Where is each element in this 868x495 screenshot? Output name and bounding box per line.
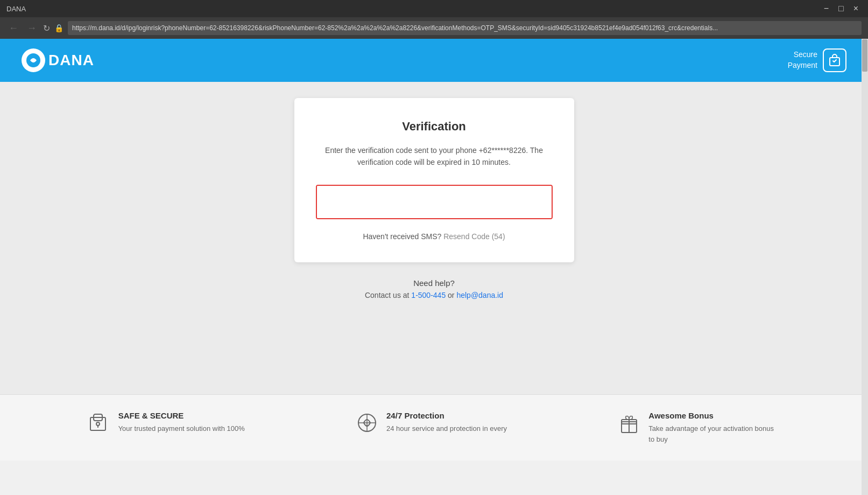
help-contact-text: Contact us at 1-500-445 or help@dana.id [0,291,868,299]
help-email-link[interactable]: help@dana.id [456,291,503,299]
dana-logo-icon [22,48,45,72]
feature-bonus-content: Awesome Bonus Take advantage of your act… [648,411,780,444]
svg-point-4 [96,422,100,426]
resend-row: Haven't received SMS? Resend Code (54) [316,232,553,241]
forward-button[interactable]: → [25,23,39,34]
back-button[interactable]: ← [6,23,20,34]
secure-payment-text: Secure Payment [788,50,817,71]
titlebar-app-title: DANA [6,5,26,13]
main-content: Verification Enter the verification code… [0,82,868,394]
resend-link[interactable]: Resend Code (54) [443,232,505,241]
feature-protection-title: 24/7 Protection [386,411,507,420]
feature-protection-desc: 24 hour service and protection in every [386,423,507,434]
shopping-bag-icon [828,54,841,67]
footer: SAFE & SECURE Your trusted payment solut… [0,394,868,461]
titlebar-controls: − □ × [821,4,862,13]
secure-payment-icon [823,48,846,72]
safe-secure-icon [88,412,110,438]
help-section: Need help? Contact us at 1-500-445 or he… [0,278,868,299]
close-button[interactable]: × [850,4,862,13]
resend-text: Haven't received SMS? [363,232,441,241]
scrollbar[interactable] [862,39,868,495]
page-header: DANA Secure Payment [0,39,868,82]
feature-safe-secure: SAFE & SECURE Your trusted payment solut… [88,411,245,444]
address-bar[interactable] [68,21,862,35]
bonus-icon [618,412,640,438]
feature-safe-secure-content: SAFE & SECURE Your trusted payment solut… [118,411,245,434]
otp-input-1[interactable] [316,185,466,219]
restore-button[interactable]: □ [835,4,847,13]
otp-input-2[interactable] [465,186,553,218]
feature-bonus: Awesome Bonus Take advantage of your act… [618,411,780,444]
protection-icon [356,412,378,438]
feature-protection-content: 24/7 Protection 24 hour service and prot… [386,411,507,434]
minimize-button[interactable]: − [821,4,832,13]
titlebar: DANA − □ × [0,0,868,17]
dana-logo: DANA [22,48,94,72]
card-title: Verification [316,120,553,134]
feature-protection: 24/7 Protection 24 hour service and prot… [356,411,507,444]
browser-chrome: ← → ↻ 🔒 [0,17,868,39]
dana-logo-text: DANA [48,52,94,69]
lock-icon: 🔒 [54,24,63,32]
help-title: Need help? [0,278,868,288]
feature-safe-secure-title: SAFE & SECURE [118,411,245,420]
feature-bonus-desc: Take advantage of your activation bonus … [648,423,780,444]
refresh-button[interactable]: ↻ [43,23,50,33]
feature-safe-secure-desc: Your trusted payment solution with 100% [118,423,245,434]
feature-bonus-title: Awesome Bonus [648,411,780,420]
verification-card: Verification Enter the verification code… [294,98,574,262]
card-subtitle: Enter the verification code sent to your… [316,144,553,169]
scrollbar-thumb[interactable] [862,39,867,72]
otp-input-group [316,185,553,219]
help-phone-link[interactable]: 1-500-445 [411,291,446,299]
secure-payment-badge: Secure Payment [788,48,846,72]
dana-logo-svg [26,53,41,68]
svg-rect-2 [90,417,105,430]
